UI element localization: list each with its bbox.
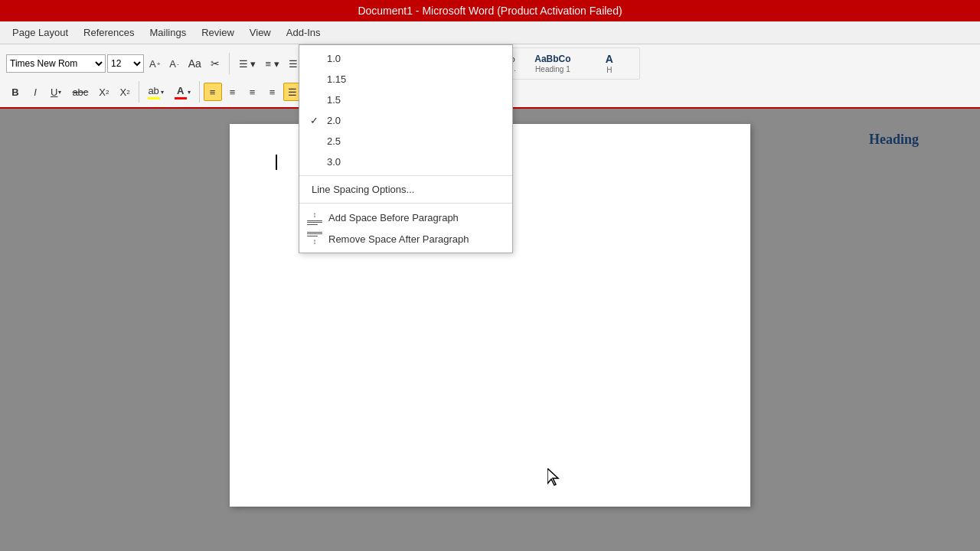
change-case-button[interactable]: Aa xyxy=(185,55,205,72)
menu-view[interactable]: View xyxy=(243,24,277,41)
italic-button[interactable]: I xyxy=(26,83,44,101)
line-spacing-options[interactable]: Line Spacing Options... xyxy=(299,179,512,200)
remove-space-after[interactable]: ↕ Remove Space After Paragraph xyxy=(299,228,512,249)
bold-button[interactable]: B xyxy=(6,83,24,101)
line-spacing-dropdown: 1.0 1.15 1.5 2.0 2.5 3.0 Line Spacing Op… xyxy=(299,44,513,253)
style-heading2[interactable]: A H xyxy=(583,50,636,77)
remove-space-after-icon: ↕ xyxy=(307,232,322,246)
bullets-button[interactable]: ☰ ▾ xyxy=(235,56,260,72)
spacing-3-0[interactable]: 3.0 xyxy=(299,152,512,172)
shrink-font-button[interactable]: A- xyxy=(165,56,182,72)
add-space-before-icon: ↕ xyxy=(307,210,322,224)
sep5 xyxy=(199,81,200,103)
spacing-2-5[interactable]: 2.5 xyxy=(299,131,512,152)
clear-formatting-button[interactable]: ✂ xyxy=(207,55,224,72)
dropdown-sep2 xyxy=(299,203,512,204)
font-group: Times New Rom 12 A+ A- Aa ✂ xyxy=(6,54,224,73)
menu-page-layout[interactable]: Page Layout xyxy=(6,24,74,41)
menu-bar: Page Layout References Mailings Review V… xyxy=(0,21,980,44)
superscript-button[interactable]: X2 xyxy=(115,83,134,101)
add-space-before[interactable]: ↕ Add Space Before Paragraph xyxy=(299,207,512,228)
dropdown-sep1 xyxy=(299,175,512,176)
spacing-2-0[interactable]: 2.0 xyxy=(299,110,512,131)
menu-references[interactable]: References xyxy=(77,24,140,41)
spacing-1-15[interactable]: 1.15 xyxy=(299,69,512,90)
align-left-button[interactable]: ≡ xyxy=(204,83,222,101)
style-heading1[interactable]: AaBbCo Heading 1 xyxy=(526,51,580,77)
strikethrough-button[interactable]: abc xyxy=(67,83,93,101)
heading-text: Heading xyxy=(869,132,919,148)
align-center-button[interactable]: ≡ xyxy=(224,83,242,101)
text-cursor xyxy=(276,155,277,170)
font-size-select[interactable]: 12 xyxy=(107,54,144,73)
font-name-select[interactable]: Times New Rom xyxy=(6,54,106,73)
align-right-button[interactable]: ≡ xyxy=(243,83,262,101)
title-text: Document1 - Microsoft Word (Product Acti… xyxy=(358,5,622,17)
menu-mailings[interactable]: Mailings xyxy=(144,24,193,41)
title-bar: Document1 - Microsoft Word (Product Acti… xyxy=(0,0,980,21)
text-highlight-button[interactable]: ab ▾ xyxy=(143,83,168,101)
menu-add-ins[interactable]: Add-Ins xyxy=(280,24,327,41)
spacing-1-5[interactable]: 1.5 xyxy=(299,90,512,110)
underline-button[interactable]: U ▾ xyxy=(46,83,66,101)
subscript-button[interactable]: X2 xyxy=(94,83,113,101)
app: Document1 - Microsoft Word (Product Acti… xyxy=(0,0,980,551)
spacing-1-0[interactable]: 1.0 xyxy=(299,48,512,69)
justify-button[interactable]: ≡ xyxy=(263,83,282,101)
menu-review[interactable]: Review xyxy=(195,24,240,41)
sep1 xyxy=(229,53,230,74)
sep4 xyxy=(139,81,139,103)
grow-font-button[interactable]: A+ xyxy=(145,56,164,72)
numbering-button[interactable]: ≡ ▾ xyxy=(261,56,283,72)
font-color-button[interactable]: A ▾ xyxy=(170,83,195,101)
